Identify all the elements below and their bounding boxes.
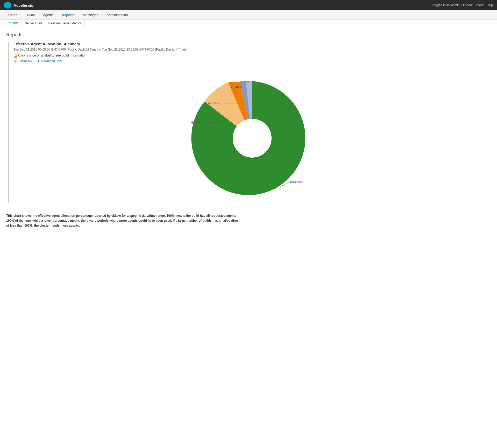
help-link[interactable]: Help	[486, 3, 493, 7]
permalink-link[interactable]: 🔗 Permalink	[13, 59, 32, 63]
sep1: |	[461, 3, 462, 7]
logo-area: Accelerator	[4, 2, 35, 9]
footer-note: This chart shows the effective agent all…	[6, 213, 239, 228]
topbar: Accelerator Logged in as 'admin' | Logou…	[0, 0, 497, 10]
logo-text: Accelerator	[13, 3, 35, 8]
download-label: Download CSV	[41, 59, 62, 63]
mainnav: Home Builds Agents Reports Messages Admi…	[0, 10, 497, 20]
top-links: Logged in as 'admin' | Logout | About | …	[432, 3, 493, 7]
nav-home[interactable]: Home	[4, 10, 22, 20]
nav-administration[interactable]: Administration	[102, 10, 132, 20]
report-hint-text: Click a slice or a label to see build in…	[18, 53, 87, 57]
report-date: Tue Sep 01 2015 00:00:00 GMT-0700 (Pacif…	[13, 48, 491, 51]
content: Reports Effective Agent Allocation Summa…	[0, 27, 497, 234]
page-title: Reports	[6, 32, 491, 38]
label-20-40: 20-40%	[231, 85, 242, 89]
report-links: 🔗 Permalink ⬇ Download CSV	[13, 59, 491, 63]
subnav-server-load[interactable]: Server Load	[22, 20, 45, 27]
label-60-80: 60-80%	[191, 121, 202, 124]
nav-builds[interactable]: Builds	[22, 10, 39, 20]
logged-in-text: Logged in as 'admin'	[432, 3, 460, 7]
report-hint: 🔒 Click a slice or a label to see build …	[13, 53, 491, 57]
report-card: Effective Agent Allocation Summary Tue S…	[8, 42, 491, 203]
sep2: |	[474, 3, 474, 7]
logout-link[interactable]: Logout	[463, 3, 473, 7]
subnav-reports[interactable]: Reports	[4, 19, 22, 27]
link-icon: 🔗	[13, 59, 17, 63]
label-80-100: 80-100%	[290, 180, 303, 184]
nav-agents[interactable]: Agents	[39, 10, 58, 20]
label-40-60: 40-60%	[208, 101, 219, 105]
report-heading: Effective Agent Allocation Summary	[13, 42, 491, 46]
donut-hole	[233, 119, 272, 158]
sep3: |	[485, 3, 485, 7]
download-icon: ⬇	[37, 59, 40, 63]
nav-messages[interactable]: Messages	[79, 10, 102, 20]
subnav-realtime[interactable]: Realtime Server Metrics	[45, 20, 85, 27]
download-csv-link[interactable]: ⬇ Download CSV	[37, 59, 62, 63]
chart-container: 80-100% 60-80% 40-60% 20-40% 0-20%	[13, 68, 491, 203]
label-0-20: 0-20%	[240, 80, 249, 84]
subnav: Reports Server Load Realtime Server Metr…	[0, 20, 497, 27]
permalink-label: Permalink	[18, 59, 32, 63]
about-link[interactable]: About	[475, 3, 484, 7]
donut-chart[interactable]: 80-100% 60-80% 40-60% 20-40% 0-20%	[136, 63, 369, 208]
logo-icon	[4, 2, 11, 9]
nav-reports[interactable]: Reports	[58, 10, 79, 20]
lock-icon: 🔒	[13, 54, 17, 57]
